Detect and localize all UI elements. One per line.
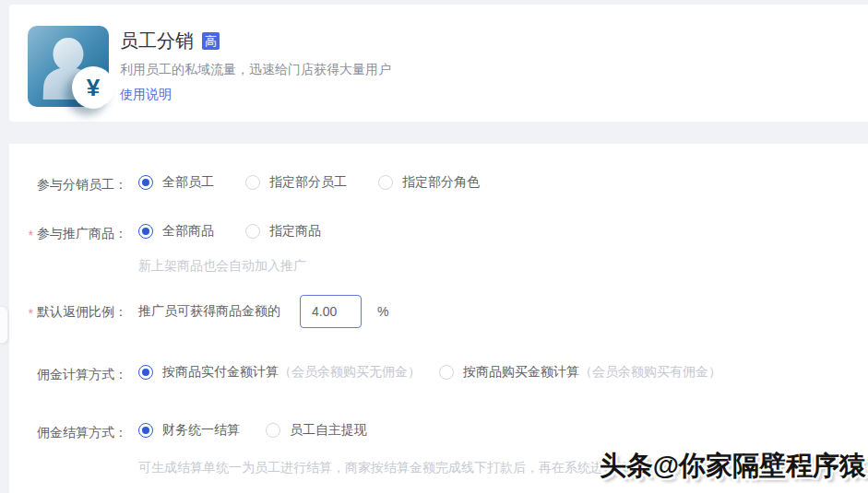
radio-purchase-amount-calculation[interactable]: 按商品购买金额计算 （会员余额购买有佣金） — [439, 364, 721, 381]
radio-note: （会员余额购买无佣金） — [279, 364, 421, 381]
radio-finance-settlement[interactable]: 财务统一结算 — [138, 422, 240, 439]
radio-specified-employees[interactable]: 指定部分员工 — [245, 174, 347, 191]
form-row-distribution-employees: 参与分销员工： 全部员工 指定部分员工 指定部分角色 — [9, 174, 868, 194]
radio-icon — [138, 365, 153, 380]
radio-icon — [138, 224, 153, 239]
radio-icon — [378, 175, 393, 190]
form-row-commission-rate: *默认返佣比例： 推广员可获得商品金额的 % — [9, 295, 868, 328]
radio-icon — [245, 224, 260, 239]
header-description: 利用员工的私域流量，迅速给门店获得大量用户 — [120, 62, 391, 78]
row-label: 佣金结算方式： — [37, 422, 127, 442]
radio-group-calculation: 按商品实付金额计算 （会员余额购买无佣金） 按商品购买金额计算 （会员余额购买有… — [138, 364, 859, 381]
left-edge-handle[interactable] — [0, 306, 8, 344]
form-row-promoted-products: *参与推广商品： 全部商品 指定商品 — [9, 223, 868, 243]
page-title: 员工分销 — [120, 29, 194, 53]
products-hint: 新上架商品也会自动加入推广 — [138, 256, 306, 275]
commission-rate-row: 推广员可获得商品金额的 % — [138, 295, 859, 328]
required-marker: * — [28, 225, 32, 245]
watermark: 头条@你家隔壁程序猿 — [600, 448, 866, 485]
radio-icon — [245, 175, 260, 190]
settings-form-card: 参与分销员工： 全部员工 指定部分员工 指定部分角色 *参与推广商品： 全部商品 — [9, 144, 868, 493]
yuan-symbol: ¥ — [87, 74, 100, 102]
radio-specified-products[interactable]: 指定商品 — [245, 223, 321, 240]
required-marker: * — [28, 303, 32, 323]
form-row-commission-calculation: 佣金计算方式： 按商品实付金额计算 （会员余额购买无佣金） 按商品购买金额计算 … — [9, 364, 868, 384]
header-info: 员工分销 高 利用员工的私域流量，迅速给门店获得大量用户 使用说明 — [120, 29, 391, 103]
radio-self-withdrawal[interactable]: 员工自主提现 — [266, 422, 367, 439]
commission-rate-input[interactable] — [300, 295, 362, 328]
radio-icon — [439, 365, 454, 380]
title-row: 员工分销 高 — [120, 29, 391, 53]
yuan-badge-icon: ¥ — [72, 66, 114, 109]
employee-distribution-icon: ¥ — [28, 26, 109, 107]
radio-icon — [138, 423, 153, 438]
radio-group-products: 全部商品 指定商品 — [138, 223, 859, 240]
radio-all-employees[interactable]: 全部员工 — [138, 174, 214, 191]
radio-group-employees: 全部员工 指定部分员工 指定部分角色 — [138, 174, 859, 191]
radio-specified-roles[interactable]: 指定部分角色 — [378, 174, 480, 191]
page: { "header": { "title": "员工分销", "badge": … — [0, 0, 868, 493]
radio-paid-amount-calculation[interactable]: 按商品实付金额计算 （会员余额购买无佣金） — [138, 364, 421, 381]
rate-prefix-text: 推广员可获得商品金额的 — [138, 303, 280, 320]
row-label: 参与分销员工： — [37, 174, 127, 194]
settlement-hint: 可生成结算单统一为员工进行结算，商家按结算金额完成线下打款后，再在系统进行确认结… — [138, 458, 668, 476]
radio-icon — [266, 423, 280, 438]
level-badge: 高 — [202, 32, 220, 50]
percent-suffix: % — [377, 304, 388, 319]
usage-instructions-link[interactable]: 使用说明 — [120, 87, 172, 103]
radio-note: （会员余额购买有佣金） — [579, 364, 721, 381]
row-label: 佣金计算方式： — [37, 364, 127, 384]
row-label: *默认返佣比例： — [37, 301, 127, 322]
row-label: *参与推广商品： — [37, 223, 127, 243]
radio-icon — [138, 175, 153, 190]
radio-all-products[interactable]: 全部商品 — [138, 223, 214, 240]
form-row-commission-settlement: 佣金结算方式： 财务统一结算 员工自主提现 — [9, 422, 868, 442]
header-card: ¥ 员工分销 高 利用员工的私域流量，迅速给门店获得大量用户 使用说明 — [9, 5, 868, 122]
radio-group-settlement: 财务统一结算 员工自主提现 — [138, 422, 859, 439]
